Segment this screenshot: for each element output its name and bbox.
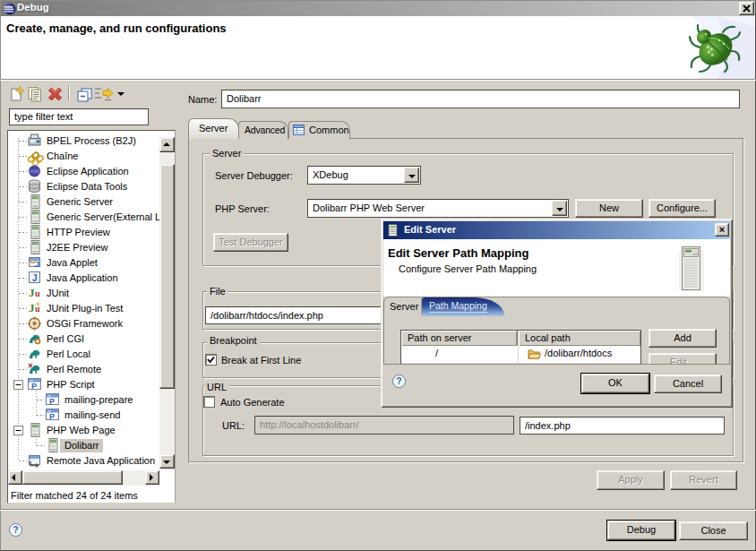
svg-text:J: J <box>35 260 39 269</box>
svg-text:J: J <box>29 301 35 314</box>
svg-text:J: J <box>32 273 38 283</box>
svg-text:J: J <box>29 286 35 299</box>
svg-text:u: u <box>35 288 40 298</box>
